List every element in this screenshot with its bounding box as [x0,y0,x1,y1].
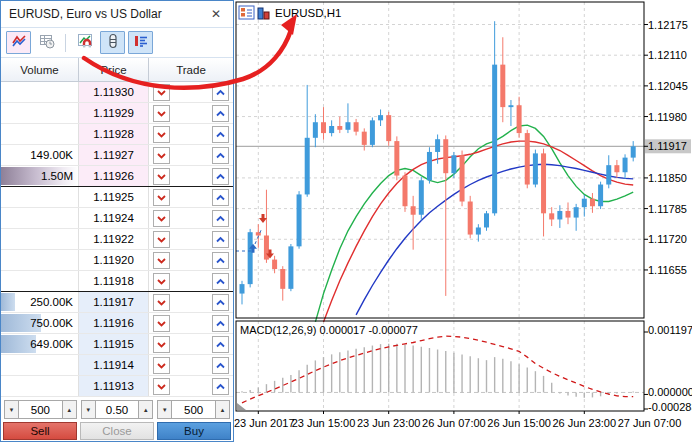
decrement-button[interactable]: ▾ [157,400,172,419]
price-cell[interactable]: 1.11927 [79,145,149,165]
volume-cell [1,376,79,396]
increment-button[interactable]: ▴ [138,400,153,419]
trade-cell [149,145,233,165]
current-price-label: 1.11917 [648,140,687,152]
volume-cell [1,208,79,228]
svg-text:1.11850: 1.11850 [648,172,687,184]
buy-at-price-button[interactable] [212,231,229,248]
dom-row: 1.11928 [1,124,233,145]
price-cell[interactable]: 1.11928 [79,124,149,144]
decrement-button[interactable]: ▾ [81,400,96,419]
chart-symbol-label: EURUSD,H1 [275,7,341,19]
ma-fast-line [315,125,633,322]
price-cell[interactable]: 1.11913 [79,376,149,396]
stepper-value[interactable]: 500 [19,400,62,419]
macd-axis: 0.0011970.000000-0.000283 [644,324,692,413]
sell-button[interactable]: Sell [3,422,77,440]
price-cell[interactable]: 1.11926 [79,166,149,186]
dom-row: 1.11930 [1,82,233,103]
increment-button[interactable]: ▴ [215,400,230,419]
trade-cell [149,313,233,333]
quotes-table-button[interactable] [34,31,59,54]
price-chart[interactable]: 1.121751.121101.120451.119801.118501.117… [234,0,692,442]
sell-at-price-button[interactable] [153,378,170,395]
dom-toolbar [1,28,233,58]
close-icon[interactable]: ✕ [207,6,225,22]
sell-at-price-button[interactable] [153,294,170,311]
buy-at-price-button[interactable] [212,126,229,143]
buy-at-price-button[interactable] [212,105,229,122]
price-cell[interactable]: 1.11914 [79,355,149,375]
dom-title: EURUSD, Euro vs US Dollar [9,7,207,21]
buy-at-price-button[interactable] [212,147,229,164]
dom-row: 1.11925 [1,187,233,208]
buy-at-price-button[interactable] [212,357,229,374]
buy-at-price-button[interactable] [212,294,229,311]
buy-at-price-button[interactable] [212,315,229,332]
close-position-button[interactable]: Close [80,422,154,440]
svg-text:23 Jun 23:00: 23 Jun 23:00 [357,417,421,429]
buy-at-price-button[interactable] [212,378,229,395]
sell-at-price-button[interactable] [153,147,170,164]
volume-cell: 1.50M [1,166,79,186]
volume-profile-button[interactable] [128,31,153,54]
tick-chart-icon [11,33,27,53]
trade-cell [149,229,233,249]
price-axis: 1.121751.121101.120451.119801.118501.117… [644,19,691,276]
price-cell[interactable]: 1.11924 [79,208,149,228]
buy-at-price-button[interactable] [212,189,229,206]
sell-at-price-button[interactable] [153,189,170,206]
toolbar-separator [65,34,66,52]
buy-at-price-button[interactable] [212,168,229,185]
trade-cell [149,334,233,354]
trade-cell [149,187,233,207]
sell-at-price-button[interactable] [153,126,170,143]
svg-text:26 Jun 07:00: 26 Jun 07:00 [422,417,486,429]
increment-button[interactable]: ▴ [62,400,77,419]
trade-cell [149,292,233,312]
buy-at-price-button[interactable] [212,84,229,101]
sell-at-price-button[interactable] [153,273,170,290]
price-cell[interactable]: 1.11930 [79,82,149,102]
price-cell[interactable]: 1.11915 [79,334,149,354]
svg-text:26 Jun 15:00: 26 Jun 15:00 [487,417,551,429]
sell-at-price-button[interactable] [153,357,170,374]
depth-ladder-button[interactable] [100,31,125,54]
buy-at-price-button[interactable] [212,252,229,269]
chart-magnet-button[interactable] [72,31,97,54]
buy-at-price-button[interactable] [212,336,229,353]
sell-at-price-button[interactable] [153,231,170,248]
chart-panel[interactable]: 1.121751.121101.120451.119801.118501.117… [234,0,692,442]
price-cell[interactable]: 1.11920 [79,250,149,270]
macd-indicator [237,336,633,410]
tick-chart-button[interactable] [6,31,31,54]
volume-cell: 750.00K [1,313,79,333]
sell-at-price-button[interactable] [153,336,170,353]
sell-at-price-button[interactable] [153,210,170,227]
column-header-price: Price [79,58,149,81]
price-cell[interactable]: 1.11917 [79,292,149,312]
sell-at-price-button[interactable] [153,252,170,269]
sell-arrow-marker [259,214,267,223]
buy-at-price-button[interactable] [212,273,229,290]
volume-cell [1,355,79,375]
decrement-button[interactable]: ▾ [4,400,19,419]
trade-cell [149,166,233,186]
metatrader-window: EURUSD, Euro vs US Dollar ✕ VolumePriceT… [0,0,692,442]
price-cell[interactable]: 1.11929 [79,103,149,123]
buy-at-price-button[interactable] [212,210,229,227]
stepper-value[interactable]: 500 [172,400,215,419]
sell-at-price-button[interactable] [153,315,170,332]
price-cell[interactable]: 1.11916 [79,313,149,333]
buy-button[interactable]: Buy [157,422,231,440]
stepper-value[interactable]: 0.50 [96,400,139,419]
price-cell[interactable]: 1.11918 [79,271,149,291]
sell-at-price-button[interactable] [153,84,170,101]
volume-cell: 250.00K [1,292,79,312]
price-cell[interactable]: 1.11925 [79,187,149,207]
sell-at-price-button[interactable] [153,168,170,185]
dom-row: 1.50M1.11926 [1,166,233,187]
sell-at-price-button[interactable] [153,105,170,122]
dom-row: 250.00K1.11917 [1,292,233,313]
price-cell[interactable]: 1.11922 [79,229,149,249]
